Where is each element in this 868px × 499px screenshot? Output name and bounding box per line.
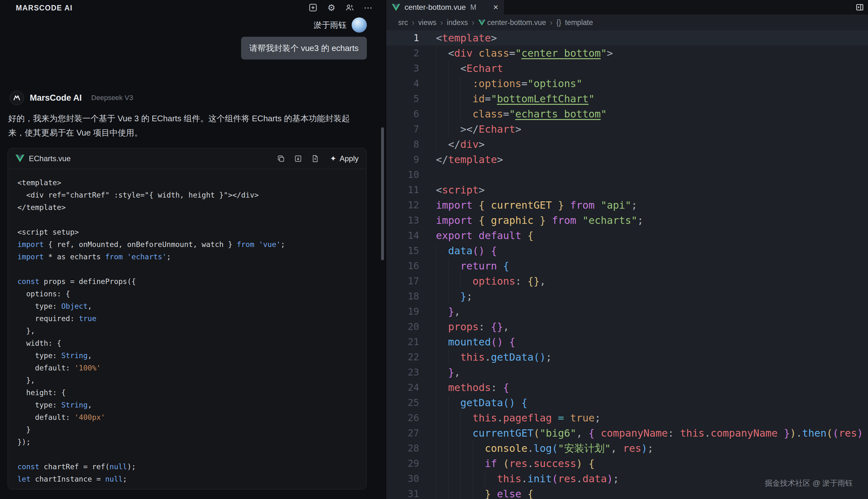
code-line[interactable]: 13import { graphic } from "echarts"; [386,213,868,228]
chat-scrollbar-thumb[interactable] [381,127,384,260]
user-message-bubble: 请帮我封装个 vue3 的 echarts [241,37,367,60]
more-menu-icon[interactable]: ⋯ [363,2,373,13]
line-number[interactable]: 13 [386,213,424,228]
line-content: getData() { [436,395,528,410]
line-number[interactable]: 15 [386,243,424,258]
code-line[interactable]: 16 return { [386,258,868,273]
card-code-line: let chartInstance = null; [17,473,357,485]
code-line[interactable]: 7 ></Echart> [386,122,868,137]
code-line[interactable]: 1<template> [386,31,868,46]
code-line[interactable]: 4 :options="options" [386,76,868,91]
code-line[interactable]: 21 mounted() { [386,334,868,350]
card-code-line [17,263,357,276]
code-line[interactable]: 9</template> [386,152,868,167]
card-code-line: </template> [17,202,357,214]
line-number[interactable]: 26 [386,410,424,426]
code-card-actions: ✦ Apply [276,154,359,163]
code-line[interactable]: 11<script> [386,182,868,197]
vue-logo-icon [478,20,485,26]
code-line[interactable]: 25 getData() { [386,395,868,410]
line-number[interactable]: 8 [386,137,424,152]
assistant-model-badge: Deepseek V3 [91,94,133,102]
breadcrumb-item-file[interactable]: center-bottom.vue [478,19,546,27]
line-number[interactable]: 29 [386,456,424,471]
line-number[interactable]: 23 [386,365,424,380]
code-line[interactable]: 22 this.getData(); [386,350,868,365]
line-number[interactable]: 20 [386,319,424,334]
line-number[interactable]: 7 [386,122,424,137]
code-line[interactable]: 10 [386,167,868,182]
line-content: this.getData(); [436,350,552,365]
code-line[interactable]: 14export default { [386,228,868,243]
line-number[interactable]: 3 [386,61,424,76]
code-line[interactable]: 28 console.log("安装计划", res); [386,441,868,456]
breadcrumb-item-indexs[interactable]: indexs [447,19,468,27]
line-number[interactable]: 25 [386,395,424,410]
line-number[interactable]: 4 [386,76,424,91]
editor-panel: center-bottom.vue M × src › views › inde… [386,0,868,499]
sparkle-icon: ✦ [330,154,336,163]
vue-logo-icon [392,4,400,11]
chat-header-toolbar: ⚙ ⋯ [308,2,373,13]
code-line[interactable]: 20 props: {}, [386,319,868,334]
code-line[interactable]: 29 if (res.success) { [386,456,868,471]
line-number[interactable]: 30 [386,471,424,486]
line-number[interactable]: 1 [386,31,424,46]
line-number[interactable]: 17 [386,273,424,289]
code-line[interactable]: 23 }, [386,365,868,380]
card-code-line: default: '400px' [17,411,357,424]
split-editor-icon[interactable] [855,2,865,12]
code-line[interactable]: 15 data() { [386,243,868,258]
line-number[interactable]: 5 [386,91,424,106]
line-number[interactable]: 16 [386,258,424,273]
line-number[interactable]: 27 [386,426,424,441]
line-number[interactable]: 19 [386,304,424,319]
line-number[interactable]: 12 [386,197,424,213]
card-code-line [17,214,357,226]
tab-close-icon[interactable]: × [493,3,498,12]
line-number[interactable]: 11 [386,182,424,197]
settings-gear-icon[interactable]: ⚙ [326,2,336,13]
tab-center-bottom-vue[interactable]: center-bottom.vue M × [386,0,504,14]
code-line[interactable]: 3 <Echart [386,61,868,76]
code-line[interactable]: 6 class="echarts_bottom" [386,106,868,122]
apply-button[interactable]: ✦ Apply [330,154,359,163]
line-number[interactable]: 24 [386,380,424,395]
share-users-icon[interactable] [345,2,355,13]
code-line[interactable]: 27 currentGET("big6", { companyName: thi… [386,426,868,441]
line-number[interactable]: 6 [386,106,424,122]
code-line[interactable]: 24 methods: { [386,380,868,395]
breadcrumb-item-views[interactable]: views [418,19,436,27]
app-window: MARSCODE AI ⚙ ⋯ [0,0,868,499]
breadcrumb-item-src[interactable]: src [398,19,408,27]
code-line[interactable]: 12import { currentGET } from "api"; [386,197,868,213]
code-line[interactable]: 17 options: {}, [386,273,868,289]
line-number[interactable]: 2 [386,46,424,61]
new-chat-icon[interactable] [308,2,318,13]
line-number[interactable]: 9 [386,152,424,167]
card-code-line: import * as echarts from 'echarts'; [17,251,357,263]
code-line[interactable]: 8 </div> [386,137,868,152]
code-line[interactable]: 26 this.pageflag = true; [386,410,868,426]
card-code-line: type: Object, [17,300,357,313]
tab-filename: center-bottom.vue [405,3,466,12]
line-content: }, [436,304,460,319]
line-number[interactable]: 18 [386,289,424,304]
insert-code-icon[interactable] [293,154,303,163]
new-file-icon[interactable] [311,154,320,163]
line-number[interactable]: 14 [386,228,424,243]
code-line[interactable]: 18 }; [386,289,868,304]
copy-icon[interactable] [276,154,286,163]
line-number[interactable]: 22 [386,350,424,365]
line-number[interactable]: 10 [386,167,424,182]
breadcrumb-item-template[interactable]: template [565,19,593,27]
line-number[interactable]: 28 [386,441,424,456]
chat-panel-title: MARSCODE AI [16,4,73,12]
code-line[interactable]: 5 id="bottomLeftChart" [386,91,868,106]
user-avatar [352,17,367,33]
code-line[interactable]: 31 } else { [386,486,868,499]
line-number[interactable]: 31 [386,486,424,499]
code-line[interactable]: 2 <div class="center_bottom"> [386,46,868,61]
code-line[interactable]: 19 }, [386,304,868,319]
line-number[interactable]: 21 [386,334,424,350]
